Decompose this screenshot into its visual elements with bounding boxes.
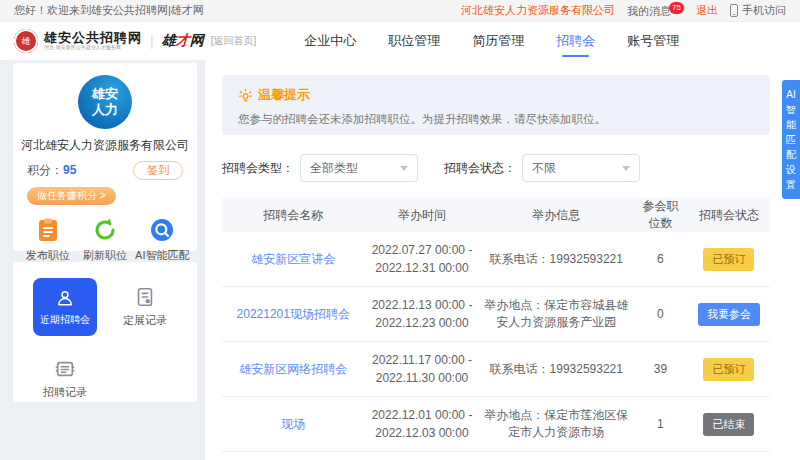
fair-status-badge: 已预订 <box>703 248 754 271</box>
fair-table-header: 招聘会名称 举办时间 举办信息 参会职位数 招聘会状态 <box>222 198 770 232</box>
col-position-count: 参会职位数 <box>633 198 688 232</box>
messages-badge: 75 <box>669 2 684 14</box>
fair-type-select[interactable]: 全部类型 <box>300 154 418 182</box>
fair-position-count: 39 <box>633 362 688 376</box>
fair-type-label: 招聘会类型： <box>222 160 294 177</box>
fair-table: 招聘会名称 举办时间 举办信息 参会职位数 招聘会状态 雄安新区宣讲会 2022… <box>222 198 770 460</box>
notice-title: 温馨提示 <box>258 86 310 104</box>
fair-name-link[interactable]: 现场 <box>281 417 305 431</box>
sidebar-item-booth-records[interactable]: 定展记录 <box>105 278 185 336</box>
score-value: 95 <box>63 163 76 177</box>
nav-item-3[interactable]: 招聘会 <box>554 22 597 60</box>
col-fair-info: 举办信息 <box>480 207 633 224</box>
fair-position-count: 0 <box>633 307 688 321</box>
site-brand: 雄安公共招聘网 河北·雄安新区公共就业人才服务网 <box>44 31 142 51</box>
signin-button[interactable]: 签到 <box>133 161 183 180</box>
company-avatar: 雄安人力 <box>78 75 132 129</box>
table-row: 雄安新区宣讲会 2022.07.27 00:00 -2022.12.31 00:… <box>222 232 770 286</box>
refresh-job-button[interactable]: 刷新职位 <box>77 217 133 263</box>
chevron-down-icon <box>400 166 408 171</box>
profile-company-name: 河北雄安人力资源服务有限公司 <box>13 137 197 154</box>
company-account-link[interactable]: 河北雄安人力资源服务有限公司 <box>461 3 615 18</box>
fair-name-link[interactable]: 雄安新区宣讲会 <box>251 252 335 266</box>
top-utility-bar: 您好！欢迎来到雄安公共招聘网|雄才网 河北雄安人力资源服务有限公司 我的消息75… <box>0 0 800 22</box>
fair-name-link[interactable]: 雄安新区网络招聘会 <box>239 362 347 376</box>
col-fair-status: 招聘会状态 <box>688 207 770 224</box>
nav-item-2[interactable]: 简历管理 <box>470 22 526 60</box>
main-nav: 企业中心职位管理简历管理招聘会账号管理 <box>302 22 681 60</box>
fair-time: 2022.12.13 00:00 -2022.12.23 00:00 <box>364 296 479 332</box>
profile-card: 雄安人力 河北雄安人力资源服务有限公司 积分：95 签到 做任务赚积分 > 发布… <box>13 63 197 251</box>
table-row: 20221201现场招聘会 2022.12.13 00:00 -2022.12.… <box>222 286 770 341</box>
fair-status-label: 招聘会状态： <box>444 160 516 177</box>
fair-info: 举办地点：保定市容城县雄安人力资源服务产业园 <box>480 297 633 331</box>
brand-title: 雄安公共招聘网 <box>44 31 142 45</box>
fair-time: 2022.12.01 00:00 -2022.12.03 00:00 <box>364 406 479 442</box>
score-label: 积分：95 <box>27 162 76 179</box>
site-header: 雄 雄安公共招聘网 河北·雄安新区公共就业人才服务网 | 雄才网 [返回首页] … <box>0 22 800 60</box>
brand-divider: | <box>150 33 154 49</box>
notice-box: 温馨提示 您参与的招聘会还未添加招聘职位。为提升招聘效果，请尽快添加职位。 <box>222 75 770 135</box>
table-row: 现场 2022.12.01 00:00 -2022.12.03 00:00 举办… <box>222 396 770 451</box>
refresh-icon <box>92 217 118 243</box>
fair-time: 2022.07.27 00:00 -2022.12.31 00:00 <box>364 241 479 277</box>
fair-info: 联系电话：19932593221 <box>480 251 633 268</box>
fair-time: 2022.11.17 00:00 -2022.11.30 00:00 <box>364 351 479 387</box>
nav-item-1[interactable]: 职位管理 <box>386 22 442 60</box>
fair-status-badge[interactable]: 我要参会 <box>698 303 760 326</box>
fair-status-badge: 已预订 <box>703 358 754 381</box>
chevron-down-icon <box>622 166 630 171</box>
fair-table-body: 雄安新区宣讲会 2022.07.27 00:00 -2022.12.31 00:… <box>222 232 770 460</box>
main-panel: 温馨提示 您参与的招聘会还未添加招聘职位。为提升招聘效果，请尽快添加职位。 招聘… <box>205 60 800 460</box>
back-home-link[interactable]: [返回首页] <box>211 34 257 48</box>
fair-info: 联系电话：19932593221 <box>480 361 633 378</box>
fair-info: 举办地点：保定市莲池区保定市人力资源市场 <box>480 407 633 441</box>
clipboard-icon <box>35 217 61 243</box>
notice-body: 您参与的招聘会还未添加招聘职位。为提升招聘效果，请尽快添加职位。 <box>238 112 754 127</box>
sidebar-menu-card: 近期招聘会 定展记录 招聘记录 <box>13 262 197 402</box>
sidebar-item-recruit-records[interactable]: 招聘记录 <box>25 350 105 408</box>
fair-position-count: 1 <box>633 417 688 431</box>
person-icon <box>55 288 75 308</box>
ai-match-button[interactable]: AI智能匹配 <box>134 217 190 263</box>
ai-match-settings-tab[interactable]: AI智能匹配设置 <box>782 80 800 199</box>
earn-points-link[interactable]: 做任务赚积分 > <box>27 187 116 205</box>
recruit-record-icon <box>54 358 76 380</box>
col-fair-time: 举办时间 <box>364 207 479 224</box>
bulb-icon <box>238 88 253 103</box>
table-row: 宣讲会 2022.11.14 00:00 -2022.11.16 09:20 联… <box>222 451 770 460</box>
booth-record-icon <box>134 286 156 308</box>
nav-item-4[interactable]: 账号管理 <box>625 22 681 60</box>
logout-link[interactable]: 退出 <box>696 3 718 18</box>
publish-job-button[interactable]: 发布职位 <box>20 217 76 263</box>
fair-name-link[interactable]: 20221201现场招聘会 <box>237 307 350 321</box>
brand-secondary-logo: 雄才网 <box>162 32 204 50</box>
table-row: 雄安新区网络招聘会 2022.11.17 00:00 -2022.11.30 0… <box>222 341 770 396</box>
messages-link[interactable]: 我的消息75 <box>627 2 684 19</box>
mobile-access-link[interactable]: 手机访问 <box>730 3 786 18</box>
brand-subtitle: 河北·雄安新区公共就业人才服务网 <box>44 45 142 51</box>
nav-item-0[interactable]: 企业中心 <box>302 22 358 60</box>
ai-match-icon <box>149 217 175 243</box>
phone-icon <box>730 4 738 17</box>
fair-status-select[interactable]: 不限 <box>522 154 640 182</box>
site-logo-seal-icon: 雄 <box>14 29 38 53</box>
fair-status-badge: 已结束 <box>703 413 754 436</box>
fair-position-count: 6 <box>633 252 688 266</box>
sidebar-item-recent-fairs[interactable]: 近期招聘会 <box>33 278 97 336</box>
col-fair-name: 招聘会名称 <box>222 207 364 224</box>
greeting-text: 您好！欢迎来到雄安公共招聘网|雄才网 <box>14 3 204 18</box>
